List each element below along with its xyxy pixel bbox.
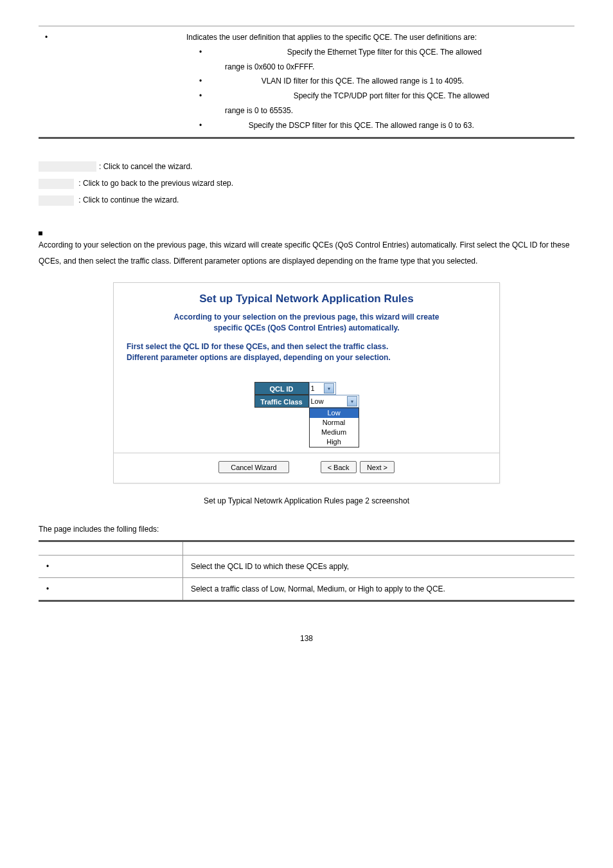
chevron-down-icon: ▾ (347, 396, 357, 406)
dropdown-option-high[interactable]: High (310, 437, 359, 447)
wizard-screenshot: Set up Typical Network Application Rules… (113, 282, 500, 484)
row2-object: • (39, 578, 183, 601)
page-number: 138 (39, 634, 574, 643)
wizard-subtitle-1: According to your selection on the previ… (127, 312, 486, 334)
intro-text: Indicates the user definition that appli… (186, 30, 568, 45)
back-button-image (39, 179, 74, 189)
square-bullet-icon (39, 231, 42, 235)
wizard-subtitle-2: First select the QCL ID for these QCEs, … (127, 341, 486, 363)
description-paragraph: According to your selection on the previ… (39, 237, 574, 269)
section-heading (39, 228, 574, 237)
header-object (39, 541, 183, 556)
dropdown-option-medium[interactable]: Medium (310, 428, 359, 437)
back-help-line: : Click to go back to the previous wizar… (39, 175, 574, 192)
sub-item: • Specify the Ethernet Type filter for t… (186, 45, 568, 60)
cancel-wizard-button[interactable]: Cancel Wizard (218, 461, 289, 473)
next-help-line: : Click to continue the wizard. (39, 192, 574, 208)
table-row: • Select the QCL ID to which these QCEs … (39, 556, 574, 578)
sub-item: • Specify the DSCP filter for this QCE. … (186, 118, 568, 133)
table-header-row (39, 541, 574, 556)
table-left-cell: • (39, 26, 180, 138)
wizard-title: Set up Typical Network Application Rules (127, 293, 486, 305)
header-description (183, 541, 575, 556)
qcl-id-label: QCL ID (254, 382, 309, 395)
cancel-help-line: : Click to cancel the wizard. (39, 158, 574, 175)
traffic-class-select[interactable]: Low ▾ (309, 395, 359, 408)
traffic-class-label: Traffic Class (254, 395, 309, 408)
dropdown-option-low[interactable]: Low (310, 408, 359, 418)
next-button[interactable]: Next > (360, 461, 395, 473)
wizard-form: QCL ID Traffic Class 1 ▾ Low ▾ Low Norma… (127, 382, 486, 408)
screenshot-caption: Set up Typical Netowrk Application Rules… (39, 496, 574, 505)
qcl-id-select[interactable]: 1 ▾ (309, 382, 336, 395)
user-definition-table: • Indicates the user definition that app… (39, 26, 574, 139)
fields-table: • Select the QCL ID to which these QCEs … (39, 540, 574, 602)
chevron-down-icon: ▾ (324, 383, 334, 393)
row2-desc: Select a traffic class of Low, Normal, M… (183, 578, 575, 601)
wizard-button-row: Cancel Wizard < Back Next > (127, 461, 486, 473)
sub-item: • Specify the TCP/UDP port filter for th… (186, 89, 568, 104)
wizard-divider (114, 453, 499, 453)
back-button[interactable]: < Back (321, 461, 357, 473)
row1-object: • (39, 556, 183, 578)
next-button-image (39, 195, 74, 206)
row1-desc: Select the QCL ID to which these QCEs ap… (183, 556, 575, 578)
table-right-cell: Indicates the user definition that appli… (180, 26, 574, 138)
button-help-section: : Click to cancel the wizard. : Click to… (39, 158, 574, 209)
table2-intro: The page includes the folling fileds: (39, 525, 574, 534)
sub-item: • VLAN ID filter for this QCE. The allow… (186, 74, 568, 89)
traffic-class-dropdown[interactable]: Low Normal Medium High (309, 408, 359, 448)
dropdown-option-normal[interactable]: Normal (310, 418, 359, 428)
cancel-wizard-button-image (39, 161, 96, 172)
table-row: • Select a traffic class of Low, Normal,… (39, 578, 574, 601)
